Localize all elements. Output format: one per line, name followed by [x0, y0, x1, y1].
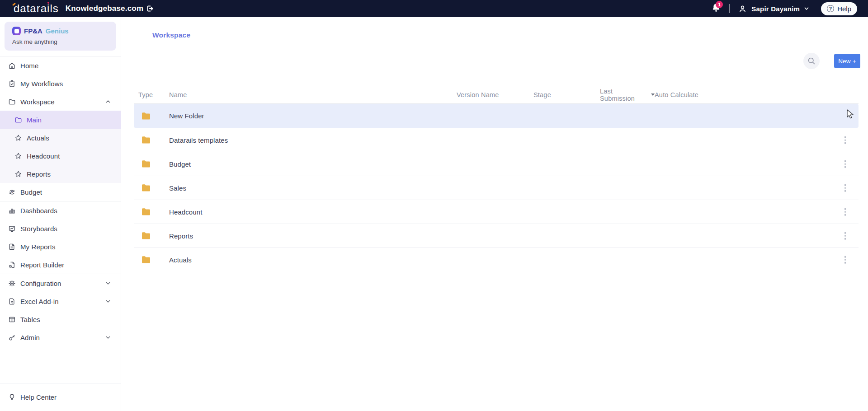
star-icon	[14, 170, 22, 178]
sidebar-item-storyboards[interactable]: Storyboards	[0, 220, 121, 238]
chevron-up-icon	[105, 99, 111, 104]
row-menu-button[interactable]	[843, 159, 848, 170]
sidebar-nav: Home My Workflows Workspace	[0, 56, 121, 346]
folder-icon	[141, 184, 151, 192]
sort-caret-icon	[651, 93, 655, 96]
sidebar-item-workspace[interactable]: Workspace	[0, 93, 121, 111]
sidebar-item-budget[interactable]: S Budget	[0, 183, 121, 201]
sidebar-item-my-workflows[interactable]: My Workflows	[0, 75, 121, 93]
user-name: Sapir Dayanim	[751, 5, 800, 13]
folder-icon	[14, 116, 22, 124]
sidebar-item-report-builder[interactable]: Report Builder	[0, 256, 121, 274]
table-row[interactable]: Reports	[134, 224, 859, 248]
sidebar-item-label: Admin	[20, 334, 40, 341]
type-cell	[134, 184, 169, 192]
breadcrumb[interactable]: Workspace	[152, 31, 190, 39]
sidebar-item-admin[interactable]: Admin	[0, 328, 121, 346]
star-icon	[14, 134, 22, 142]
search-icon	[807, 57, 816, 65]
new-button[interactable]: New +	[834, 54, 860, 68]
excel-file-icon	[8, 298, 16, 305]
sidebar-item-label: Home	[20, 62, 38, 70]
home-icon	[8, 62, 16, 70]
folder-name: Actuals	[169, 256, 457, 264]
knowledgebase-label: Knowledgebase.com	[66, 4, 144, 13]
sidebar-item-home[interactable]: Home	[0, 56, 121, 75]
sidebar-item-main[interactable]: Main	[0, 111, 121, 129]
gear-icon	[8, 280, 16, 287]
column-header-name: Name	[169, 91, 457, 98]
logo-text: datarails	[14, 3, 59, 14]
sidebar-item-actuals[interactable]: Actuals	[0, 129, 121, 147]
sidebar-item-reports-fav[interactable]: Reports	[0, 165, 121, 183]
column-header-auto-calculate: Auto Calculate	[655, 91, 859, 98]
sidebar-item-label: Storyboards	[20, 225, 57, 233]
table-row[interactable]: Headcount	[134, 200, 859, 224]
sidebar-item-label: Configuration	[20, 280, 61, 287]
user-menu[interactable]: Sapir Dayanim	[738, 4, 809, 14]
sidebar-item-help-center[interactable]: Help Center	[0, 383, 121, 411]
svg-text:S: S	[11, 190, 13, 194]
folder-name: New Folder	[169, 112, 457, 120]
storyboard-icon	[8, 225, 16, 233]
topbar-right: 1 Sapir Dayanim ? Help	[711, 0, 857, 17]
table-row[interactable]: Datarails templates	[134, 128, 859, 152]
sidebar-item-my-reports[interactable]: My Reports	[0, 238, 121, 256]
key-icon	[8, 334, 16, 341]
workspace-table: Type Name Version Name Stage Last Submis…	[134, 86, 859, 271]
folder-name: Sales	[169, 184, 457, 192]
sidebar-item-label: Actuals	[27, 134, 49, 142]
folder-icon	[8, 98, 16, 106]
table-row[interactable]: Actuals	[134, 248, 859, 271]
datarails-logo[interactable]: datarails	[14, 3, 59, 14]
folder-icon	[141, 232, 151, 240]
notifications-button[interactable]: 1	[711, 3, 723, 14]
row-menu-button[interactable]	[843, 135, 848, 146]
table-row[interactable]: New Folder	[134, 104, 859, 128]
help-button[interactable]: ? Help	[821, 2, 857, 15]
sidebar-item-label: Workspace	[20, 98, 55, 106]
clipboard-check-icon	[8, 80, 16, 88]
folder-icon	[141, 112, 151, 120]
row-menu-button[interactable]	[843, 254, 848, 266]
folder-icon	[141, 256, 151, 264]
sidebar-item-tables[interactable]: Tables	[0, 310, 121, 328]
folder-name: Headcount	[169, 208, 457, 216]
column-header-last-submission[interactable]: Last Submission	[600, 88, 655, 102]
chevron-down-icon	[105, 335, 111, 340]
folder-icon	[141, 136, 151, 144]
row-menu-button[interactable]	[843, 230, 848, 242]
row-menu-button[interactable]	[843, 182, 848, 194]
type-cell	[134, 256, 169, 264]
notification-badge: 1	[716, 1, 723, 8]
workspace-sub-group: Main Actuals Headcount	[0, 111, 121, 183]
sidebar-item-label: Excel Add-in	[20, 298, 59, 305]
type-cell	[134, 232, 169, 240]
sidebar-item-excel-addin[interactable]: Excel Add-in	[0, 292, 121, 310]
budget-sync-icon: S	[8, 188, 16, 196]
search-button[interactable]	[803, 53, 820, 69]
sidebar-item-label: My Workflows	[20, 80, 63, 88]
row-menu-button[interactable]	[843, 206, 848, 218]
bar-chart-icon	[8, 207, 16, 215]
knowledgebase-link[interactable]: Knowledgebase.com	[66, 4, 154, 13]
folder-icon	[141, 208, 151, 216]
fpa-genius-card[interactable]: FP&A Genius Ask me anything	[5, 22, 116, 51]
sidebar-item-headcount[interactable]: Headcount	[0, 147, 121, 165]
table-icon	[8, 316, 16, 323]
table-row[interactable]: Budget	[134, 152, 859, 176]
fpa-genius-title: FP&A	[24, 27, 42, 35]
sidebar-item-label: Dashboards	[20, 207, 57, 215]
question-icon: ?	[827, 5, 834, 12]
table-row[interactable]: Sales	[134, 176, 859, 200]
datarails-app: datarails Knowledgebase.com 1	[0, 0, 868, 411]
sidebar-item-dashboards[interactable]: Dashboards	[0, 201, 121, 220]
sidebar-item-configuration[interactable]: Configuration	[0, 274, 121, 292]
report-builder-icon	[8, 261, 16, 269]
sidebar-item-label: Reports	[27, 170, 51, 178]
user-icon	[738, 4, 747, 14]
help-label: Help	[837, 5, 851, 13]
sidebar-item-label: Headcount	[27, 152, 60, 160]
type-cell	[134, 208, 169, 216]
sidebar-spacer	[0, 346, 121, 383]
